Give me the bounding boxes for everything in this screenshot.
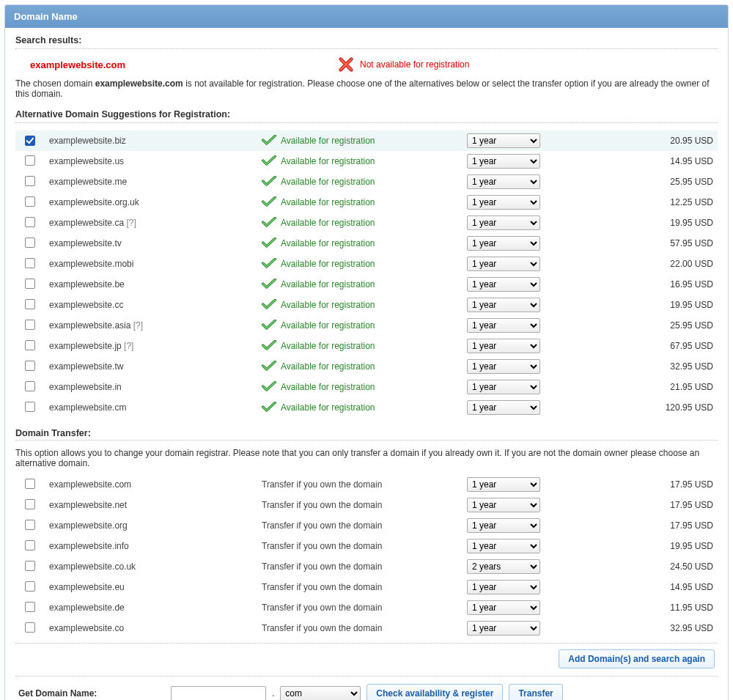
select-checkbox[interactable] bbox=[25, 258, 35, 268]
select-checkbox[interactable] bbox=[25, 176, 35, 186]
select-checkbox[interactable] bbox=[25, 217, 35, 227]
price: 14.95 USD bbox=[558, 151, 718, 172]
table-row: examplewebsite.coTransfer if you own the… bbox=[15, 618, 718, 638]
price: 32.95 USD bbox=[558, 618, 718, 638]
select-checkbox[interactable] bbox=[25, 136, 35, 146]
availability-text: Available for registration bbox=[281, 299, 375, 309]
term-select[interactable]: 1 year bbox=[467, 298, 540, 312]
domain-name: examplewebsite.info bbox=[45, 536, 257, 556]
term-select[interactable]: 1 year bbox=[467, 133, 540, 148]
table-row: examplewebsite.twAvailable for registrat… bbox=[15, 356, 718, 377]
price: 19.95 USD bbox=[558, 536, 718, 556]
term-select[interactable]: 1 year bbox=[467, 174, 540, 189]
add-domains-button[interactable]: Add Domain(s) and search again bbox=[559, 649, 715, 668]
check-icon bbox=[262, 381, 276, 394]
term-select[interactable]: 1 year bbox=[467, 498, 540, 512]
select-checkbox[interactable] bbox=[25, 381, 35, 391]
domain-name: examplewebsite.tv bbox=[49, 238, 122, 248]
term-select[interactable]: 1 year bbox=[467, 580, 540, 594]
term-select[interactable]: 1 year bbox=[467, 339, 540, 353]
select-checkbox[interactable] bbox=[25, 520, 35, 530]
transfer-status-text: Transfer if you own the domain bbox=[257, 495, 463, 515]
term-select[interactable]: 1 year bbox=[467, 215, 540, 230]
msg-domain: examplewebsite.com bbox=[95, 78, 183, 89]
term-select[interactable]: 1 year bbox=[467, 195, 540, 210]
term-select[interactable]: 1 year bbox=[467, 236, 540, 251]
alternatives-heading: Alternative Domain Suggestions for Regis… bbox=[15, 109, 718, 119]
domain-name: examplewebsite.biz bbox=[49, 136, 126, 146]
domain-name: examplewebsite.me bbox=[49, 177, 127, 187]
check-icon bbox=[262, 155, 276, 168]
select-checkbox[interactable] bbox=[25, 237, 35, 248]
select-checkbox[interactable] bbox=[25, 602, 35, 612]
price: 12.25 USD bbox=[558, 192, 718, 213]
domain-name: examplewebsite.ca bbox=[49, 218, 124, 228]
term-select[interactable]: 1 year bbox=[467, 600, 540, 615]
select-checkbox[interactable] bbox=[25, 622, 35, 633]
price: 32.95 USD bbox=[558, 356, 718, 377]
select-checkbox[interactable] bbox=[25, 340, 35, 350]
term-select[interactable]: 2 years bbox=[467, 559, 540, 574]
domain-name: examplewebsite.net bbox=[45, 495, 257, 515]
select-checkbox[interactable] bbox=[25, 279, 35, 289]
term-select[interactable]: 1 year bbox=[467, 257, 540, 271]
price: 20.95 USD bbox=[558, 130, 718, 151]
domain-name: examplewebsite.org.uk bbox=[49, 197, 139, 207]
table-row: examplewebsite.ccAvailable for registrat… bbox=[15, 295, 718, 315]
table-row: examplewebsite.usAvailable for registrat… bbox=[15, 151, 718, 172]
term-select[interactable]: 1 year bbox=[467, 518, 540, 533]
info-hint[interactable]: [?] bbox=[133, 320, 143, 331]
term-select[interactable]: 1 year bbox=[467, 318, 540, 333]
table-row: examplewebsite.mobiAvailable for registr… bbox=[15, 254, 718, 274]
check-availability-button[interactable]: Check availability & register bbox=[366, 684, 503, 700]
term-select[interactable]: 1 year bbox=[467, 477, 540, 492]
term-select[interactable]: 1 year bbox=[467, 154, 540, 169]
price: 25.95 USD bbox=[558, 172, 718, 192]
select-checkbox[interactable] bbox=[25, 361, 35, 371]
table-row: examplewebsite.ca [?]Available for regis… bbox=[15, 213, 718, 233]
get-domain-label: Get Domain Name: bbox=[18, 688, 165, 699]
price: 11.95 USD bbox=[558, 597, 718, 618]
select-checkbox[interactable] bbox=[25, 479, 35, 489]
domain-name: examplewebsite.eu bbox=[45, 577, 257, 597]
price: 57.95 USD bbox=[558, 233, 718, 254]
transfer-note: This option allows you to change your do… bbox=[15, 448, 718, 468]
get-domain-row: Get Domain Name: . com Check availabilit… bbox=[15, 676, 718, 700]
divider bbox=[15, 440, 718, 441]
cross-icon bbox=[338, 56, 354, 73]
table-row: examplewebsite.tvAvailable for registrat… bbox=[15, 233, 718, 254]
term-select[interactable]: 1 year bbox=[467, 277, 540, 292]
select-checkbox[interactable] bbox=[25, 155, 35, 166]
term-select[interactable]: 1 year bbox=[467, 621, 540, 635]
term-select[interactable]: 1 year bbox=[467, 539, 540, 553]
term-select[interactable]: 1 year bbox=[467, 359, 540, 374]
select-checkbox[interactable] bbox=[25, 540, 35, 550]
domain-input[interactable] bbox=[171, 686, 266, 700]
table-row: examplewebsite.inAvailable for registrat… bbox=[15, 377, 718, 397]
price: 14.95 USD bbox=[558, 577, 718, 597]
select-checkbox[interactable] bbox=[25, 320, 35, 330]
price: 25.95 USD bbox=[558, 315, 718, 336]
availability-text: Available for registration bbox=[281, 155, 375, 166]
info-hint[interactable]: [?] bbox=[126, 218, 136, 228]
transfer-button[interactable]: Transfer bbox=[509, 684, 562, 700]
table-row: examplewebsite.jp [?]Available for regis… bbox=[15, 336, 718, 356]
availability-text: Available for registration bbox=[281, 361, 375, 371]
availability-text: Available for registration bbox=[281, 320, 375, 330]
select-checkbox[interactable] bbox=[25, 402, 35, 412]
select-checkbox[interactable] bbox=[25, 196, 35, 207]
check-icon bbox=[262, 340, 276, 353]
term-select[interactable]: 1 year bbox=[467, 400, 540, 415]
select-checkbox[interactable] bbox=[25, 561, 35, 571]
availability-text: Available for registration bbox=[281, 258, 375, 268]
transfer-status-text: Transfer if you own the domain bbox=[257, 618, 463, 638]
availability-text: Available for registration bbox=[281, 217, 375, 227]
select-checkbox[interactable] bbox=[25, 581, 35, 592]
tld-select[interactable]: com bbox=[280, 686, 361, 700]
info-hint[interactable]: [?] bbox=[124, 341, 133, 351]
select-checkbox[interactable] bbox=[25, 499, 35, 509]
divider bbox=[15, 48, 718, 49]
check-icon bbox=[262, 217, 276, 229]
select-checkbox[interactable] bbox=[25, 299, 35, 309]
term-select[interactable]: 1 year bbox=[467, 380, 540, 394]
